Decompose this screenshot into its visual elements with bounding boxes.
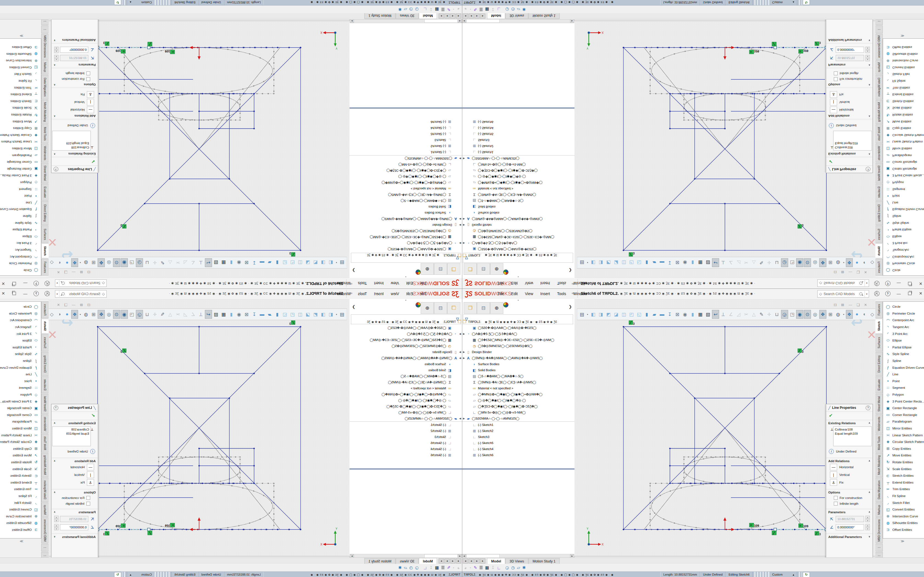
toolbar-icon[interactable]: ◫ (620, 310, 627, 319)
bottom-toolbar-icon[interactable]: ☰ (441, 7, 445, 12)
accept-button[interactable]: ✔ (829, 413, 872, 419)
toolbar-icon[interactable]: ◫ (620, 258, 627, 267)
toolbar-icon[interactable]: ◩ (605, 310, 612, 319)
flyout-item[interactable]: ◱ Convert Entities (883, 64, 924, 71)
bottom-toolbar-icon[interactable]: ◔ (453, 566, 455, 570)
toolbar-icon[interactable]: ◧ (327, 258, 334, 267)
toolbar-icon[interactable]: ◳ (128, 310, 136, 319)
tree-item-row[interactable]: ▱ ◯·◎✤◯✱◉I◯◦◯I◉✱◯✤◎·◯ (349, 397, 462, 403)
panel-expand-icon[interactable]: ❯ (352, 268, 355, 272)
flyout-item[interactable]: ◱ Convert Entities (0, 64, 41, 71)
tree-item-row[interactable]: ◷ ◯Ƽ✿◎ƼΜΝƐƼƧ◯◦◯ƧƼƐΝΜƼ◎✿Ƽ◯ (349, 343, 462, 349)
add-relation-button[interactable]: ❘ Vertical (53, 99, 94, 105)
bottom-toolbar-icon[interactable]: ▦ (435, 565, 439, 570)
inner-window-button[interactable]: ⊠ (841, 303, 844, 307)
toolbar-icon[interactable]: ▧ (704, 258, 711, 267)
toolbar-icon[interactable]: ↩ (712, 310, 719, 319)
status-custom-dropdown[interactable]: Custom▴ (769, 572, 797, 577)
toolbar-icon[interactable]: ⊥ (197, 258, 204, 267)
inner-window-button[interactable]: ✕ (57, 303, 60, 307)
tab-nav-button[interactable]: ▶ (444, 558, 450, 564)
relation-entry[interactable]: Equal length109 (54, 432, 89, 436)
inner-window-button[interactable]: — (72, 303, 76, 307)
toolbar-icon[interactable]: ▮ (274, 310, 281, 319)
panel-help-icon[interactable]: ? (866, 406, 871, 410)
toolbar-icon[interactable]: ▬ (258, 310, 266, 319)
toolbar-icon[interactable]: ⊞ (827, 258, 834, 267)
manager-tab[interactable]: ⊟ (477, 263, 490, 275)
angle-spinner[interactable]: ▲▼ (54, 47, 58, 53)
tree-item-row[interactable]: ▣ ◯ƼƧƐ✤◦✿◎ΛΑΦ◯◦◯ΦΑΛ◎✿◦✤ƐƧƼ◯ (349, 246, 462, 252)
confirm-sketch-icon[interactable]: ↩ (851, 314, 863, 330)
bottom-toolbar-icon[interactable]: ▱ (517, 7, 520, 12)
menu-item[interactable]: Edit (511, 281, 518, 285)
tree-item-row[interactable]: ∟ (-) Sketch1 (462, 421, 575, 428)
toolbar-icon[interactable]: ↩ (712, 258, 719, 267)
flyout-item[interactable]: ƒ Equation Driven Curve (0, 206, 41, 213)
flyout-item[interactable]: ⊞ Copy Entities (883, 445, 924, 452)
search-icon[interactable] (61, 292, 65, 295)
flyout-item[interactable]: ◟ Fit Spline (883, 493, 924, 500)
flyout-item[interactable]: ◯ Circle (0, 267, 41, 274)
document-tab[interactable]: Motion Study 1 (528, 558, 560, 564)
tab-nav-button[interactable]: ◀ (456, 558, 461, 564)
flyout-item[interactable]: ʃ Spline (0, 358, 41, 364)
flyout-more-icon[interactable]: ≫ (19, 539, 23, 543)
tree-item-row[interactable]: ∟ (-) Sketch4 (349, 125, 462, 131)
document-tab[interactable]: 3D Views (396, 13, 418, 19)
add-relation-button[interactable]: — Horizontal (53, 464, 94, 471)
toolbar-icon[interactable]: ◪ (304, 310, 312, 319)
bottom-toolbar-icon[interactable]: ↧ (429, 565, 433, 570)
search-dropdown-icon[interactable]: ▾ (55, 291, 60, 297)
toolbar-icon[interactable]: ▤ (578, 310, 585, 319)
toolbar-icon[interactable]: ✥ (98, 258, 105, 267)
search-icon[interactable] (859, 282, 863, 285)
bottom-toolbar-icon[interactable]: ◶ (506, 565, 509, 570)
bottom-toolbar-icon[interactable]: ✎ (447, 7, 451, 12)
inner-window-button[interactable]: ❏ (856, 303, 859, 307)
flyout-item[interactable]: ◇ Polygon (883, 391, 924, 398)
tree-item-row[interactable]: ∟ (-) Sketch5 (462, 131, 575, 137)
tree-item-row[interactable]: Σ ◯ƼΜΝ◎◦✤Α∩ƷƐ◯◦◯ƐƷ∩Α✤◦◎ΝΜƼ◯ (462, 379, 575, 385)
toolbar-icon[interactable]: ◱ (281, 310, 289, 319)
flyout-item[interactable]: ƒ Equation Driven Curve (883, 206, 924, 213)
toolbar-icon[interactable]: ▧ (213, 258, 220, 267)
toolbar-icon[interactable]: ✛ (766, 310, 773, 319)
tree-expand-arrow[interactable]: ▶ (458, 242, 462, 245)
command-tab[interactable]: Weldments (41, 144, 48, 163)
collapse-icon[interactable]: ∧ (869, 459, 871, 463)
search-icon[interactable] (61, 282, 65, 285)
toolbar-icon[interactable]: ◎ (811, 310, 819, 319)
restore-button[interactable] (906, 280, 913, 287)
toolbar-icon[interactable]: ◰ (289, 258, 296, 267)
flyout-item[interactable]: ▪ Point (0, 193, 41, 200)
checkbox[interactable] (834, 496, 838, 500)
search-box[interactable]: ◇ Search CAD Models ▾ (55, 290, 107, 298)
tree-item-row[interactable]: ▱ ◯✤ΜΝ◎✿+◯✱◉I◯◦◯I◉✱◯+✿◎ΝΜ✤◯ (462, 391, 575, 397)
menu-item[interactable]: Tools (557, 281, 566, 285)
bottom-toolbar-icon[interactable]: ✎ (473, 565, 477, 570)
tree-item-row[interactable]: ▱ ◯✤ΜΝ◎✿+◯✱◉I◯◦◯I◉✱◯+✿◎ΝΜ✤◯ (349, 391, 462, 397)
toolbar-icon[interactable]: ◨ (597, 258, 604, 267)
tab-nav-button[interactable]: ◀ (463, 558, 468, 564)
toolbar-icon[interactable]: ∠ (189, 310, 197, 319)
menu-item[interactable]: Edit (406, 281, 413, 285)
flyout-item[interactable]: ▱ Parallelogram (883, 152, 924, 159)
length-field[interactable]: 10.88152731 (60, 516, 88, 522)
collapse-icon[interactable]: ∧ (53, 83, 55, 86)
toolbar-icon[interactable]: ◉ (682, 310, 688, 319)
toolbar-icon[interactable]: ▦ (220, 310, 228, 319)
flyout-item[interactable]: ↻ Rotate Entities (883, 111, 924, 118)
manager-tab[interactable]: ⊟ (434, 302, 447, 314)
toolbar-icon[interactable]: ✎ (758, 258, 765, 267)
checkbox[interactable] (86, 77, 90, 81)
flyout-item[interactable]: ┬ Extend Entities (883, 479, 924, 486)
flyout-item[interactable]: ▭ Corner Rectangle (0, 412, 41, 419)
tree-expand-arrow[interactable]: ▶ (462, 332, 466, 335)
tree-item-row[interactable]: ∟ ◯ΜΝ◦Ƽ℮◦✿◎◯◦◯◎✿◦℮Ƽ◦ΝΜ◯ (462, 161, 575, 168)
tree-item-row[interactable]: ▱ ◯✤ƷƼƆ◦✿◯✱◉I◯◦◯I◉✱◯✿◦ƆƼƷ✤◯ (349, 168, 462, 174)
tree-item-row[interactable]: ▱ ◯·◎✤◯✱◉I◯◦◯I◉✱◯✤◎·◯ (462, 174, 575, 180)
bottom-toolbar-icon[interactable]: ◕ (457, 7, 460, 12)
flyout-item[interactable]: ◈ 3 Point Center Recta... (883, 172, 924, 179)
toolbar-icon[interactable]: ∠ (727, 310, 735, 319)
